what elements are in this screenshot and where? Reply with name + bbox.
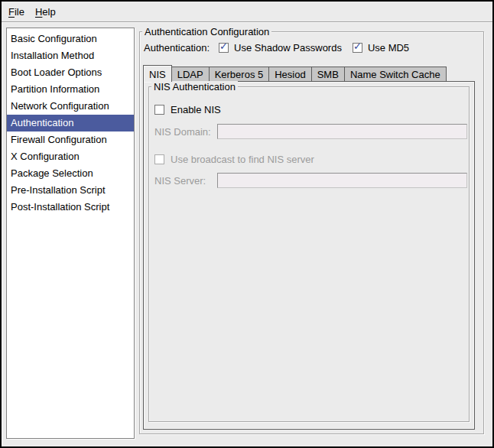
- use-md5-checkbox[interactable]: ✓: [353, 43, 362, 53]
- sidebar-item-basic-configuration[interactable]: Basic Configuration: [7, 31, 134, 47]
- tab-nis[interactable]: NIS: [143, 65, 172, 82]
- enable-nis-checkbox[interactable]: ✓: [154, 105, 164, 115]
- use-md5-label[interactable]: Use MD5: [368, 42, 409, 54]
- sidebar-item-partition-information[interactable]: Partition Information: [7, 81, 134, 98]
- use-broadcast-label: Use broadcast to find NIS server: [171, 154, 314, 165]
- tab-kerberos-5[interactable]: Kerberos 5: [209, 67, 270, 81]
- tab-name-switch-cache[interactable]: Name Switch Cache: [344, 67, 447, 81]
- use-shadow-passwords-label[interactable]: Use Shadow Passwords: [234, 42, 342, 54]
- nis-server-input[interactable]: [217, 173, 467, 188]
- enable-nis-row: ✓ Enable NIS: [154, 102, 221, 117]
- menu-help-label: elp: [42, 6, 55, 18]
- use-shadow-passwords-group: ✓ Use Shadow Passwords: [219, 42, 342, 54]
- section-list: Basic Configuration Installation Method …: [6, 28, 135, 439]
- authentication-configuration-frame: Authentication Configuration Authenticat…: [139, 31, 484, 434]
- nis-server-row: NIS Server:: [154, 173, 467, 188]
- use-md5-group: ✓ Use MD5: [353, 42, 409, 54]
- menu-help-mnemonic: H: [35, 6, 42, 18]
- use-shadow-passwords-checkbox[interactable]: ✓: [219, 43, 229, 53]
- menu-file-mnemonic: F: [8, 6, 15, 18]
- authentication-options-row: Authentication: ✓ Use Shadow Passwords ✓…: [144, 41, 409, 54]
- sidebar-item-firewall-configuration[interactable]: Firewall Configuration: [7, 131, 134, 148]
- checkmark-icon: ✓: [219, 41, 228, 51]
- sidebar-item-boot-loader-options[interactable]: Boot Loader Options: [7, 64, 134, 81]
- sidebar-item-pre-installation-script[interactable]: Pre-Installation Script: [7, 182, 134, 199]
- kickstart-configurator-window: File Help Basic Configuration Installati…: [0, 0, 494, 448]
- nis-domain-row: NIS Domain:: [154, 124, 467, 139]
- menu-file-label: ile: [15, 6, 24, 18]
- sidebar-item-network-configuration[interactable]: Network Configuration: [7, 98, 134, 115]
- use-broadcast-checkbox[interactable]: ✓: [154, 154, 164, 164]
- nis-authentication-frame-title: NIS Authentication: [151, 81, 238, 93]
- menu-help[interactable]: Help: [30, 3, 61, 21]
- use-broadcast-row: ✓ Use broadcast to find NIS server: [154, 151, 314, 167]
- sidebar-item-post-installation-script[interactable]: Post-Installation Script: [7, 199, 134, 216]
- checkmark-icon: ✓: [353, 41, 362, 51]
- authentication-configuration-frame-title: Authentication Configuration: [142, 26, 271, 37]
- nis-server-label: NIS Server:: [154, 175, 217, 187]
- authentication-label: Authentication:: [144, 42, 210, 54]
- authentication-notebook: NIS LDAP Kerberos 5 Hesiod SMB Name Swit…: [143, 64, 475, 430]
- menu-bar: File Help: [2, 2, 492, 22]
- enable-nis-label[interactable]: Enable NIS: [171, 104, 221, 115]
- sidebar-item-x-configuration[interactable]: X Configuration: [7, 148, 134, 165]
- nis-domain-input[interactable]: [217, 124, 467, 139]
- sidebar-item-package-selection[interactable]: Package Selection: [7, 165, 134, 182]
- nis-authentication-frame: NIS Authentication ✓ Enable NIS NIS Doma…: [148, 86, 470, 422]
- nis-tab-page: NIS Authentication ✓ Enable NIS NIS Doma…: [143, 81, 475, 430]
- sidebar-item-installation-method[interactable]: Installation Method: [7, 47, 134, 64]
- nis-domain-label: NIS Domain:: [154, 126, 217, 138]
- tab-ldap[interactable]: LDAP: [171, 67, 210, 81]
- tab-hesiod[interactable]: Hesiod: [268, 67, 311, 81]
- menu-file[interactable]: File: [3, 3, 30, 21]
- sidebar-item-authentication[interactable]: Authentication: [7, 115, 134, 131]
- tab-smb[interactable]: SMB: [311, 67, 345, 81]
- tab-row: NIS LDAP Kerberos 5 Hesiod SMB Name Swit…: [143, 64, 475, 82]
